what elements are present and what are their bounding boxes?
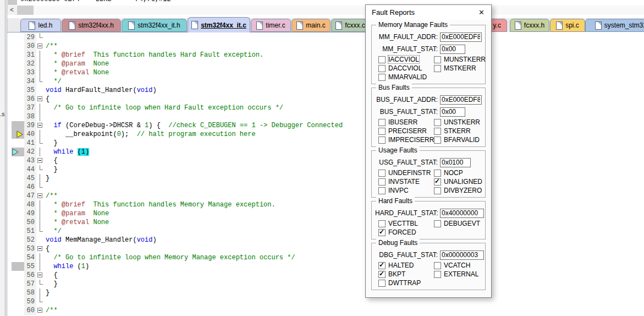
bookmark-margin[interactable] xyxy=(7,183,24,192)
code-text[interactable]: __breakpoint(0); // halt program executi… xyxy=(44,130,644,139)
bookmark-margin[interactable] xyxy=(7,156,24,165)
code-text[interactable] xyxy=(44,112,644,121)
code-text[interactable]: { xyxy=(44,95,644,103)
checkbox-item-vecttbl[interactable]: VECTTBL xyxy=(378,220,434,227)
bookmark-margin[interactable] xyxy=(7,253,24,262)
bookmark-margin[interactable] xyxy=(7,306,24,315)
fold-marker[interactable] xyxy=(36,121,44,130)
tab-stm32f4xx-h[interactable]: stm32f4xx.h xyxy=(62,19,121,32)
tab-spi-c[interactable]: spi.c xyxy=(550,19,585,32)
code-text[interactable]: } xyxy=(44,288,644,297)
code-text[interactable]: { xyxy=(44,271,644,280)
fold-collapse-box-icon[interactable] xyxy=(37,273,42,277)
bookmark-margin[interactable] xyxy=(7,236,24,244)
fold-collapse-box-icon[interactable] xyxy=(37,246,42,251)
bookmark-margin[interactable] xyxy=(7,51,24,59)
checkbox-unchecked-icon[interactable] xyxy=(434,271,441,278)
fold-collapse-box-icon[interactable] xyxy=(37,123,42,128)
fold-marker[interactable] xyxy=(36,156,44,165)
checkbox-unchecked-icon[interactable] xyxy=(434,65,441,72)
code-text[interactable]: /* Go to infinite loop when Hard Fault e… xyxy=(44,103,644,112)
field-input-hard-fault-stat-[interactable] xyxy=(440,209,484,218)
checkbox-item-external[interactable]: EXTERNAL xyxy=(434,270,478,278)
code-text[interactable] xyxy=(44,33,644,42)
field-input-mm-fault-stat-[interactable] xyxy=(440,45,465,54)
bookmark-margin[interactable] xyxy=(7,130,24,139)
checkbox-item-bkpt[interactable]: BKPT xyxy=(378,270,434,278)
checkbox-checked-icon[interactable] xyxy=(378,229,386,236)
checkbox-unchecked-icon[interactable] xyxy=(378,220,386,227)
bookmark-margin[interactable] xyxy=(7,42,24,51)
code-text[interactable] xyxy=(44,183,644,192)
checkbox-unchecked-icon[interactable] xyxy=(378,74,386,81)
bookmark-margin[interactable] xyxy=(7,139,24,148)
checkbox-unchecked-icon[interactable] xyxy=(378,280,386,287)
bookmark-margin[interactable] xyxy=(7,280,24,288)
checkbox-item-vcatch[interactable]: VCATCH xyxy=(434,261,470,269)
field-input-dbg-fault-stat-[interactable] xyxy=(440,250,484,260)
code-text[interactable]: * @brief This function handles Hard Faul… xyxy=(44,51,644,59)
checkbox-item-divbyzero[interactable]: DIVBYZERO xyxy=(434,187,482,194)
horizontal-scrollbar[interactable]: < xyxy=(7,6,644,15)
code-text[interactable]: */ xyxy=(44,77,644,86)
checkbox-item-preciserr[interactable]: PRECISERR xyxy=(378,127,434,135)
close-icon[interactable]: ✕ xyxy=(476,7,487,18)
code-text[interactable]: * @brief This function handles Memory Ma… xyxy=(44,200,644,209)
bookmark-margin[interactable] xyxy=(7,165,24,174)
fold-marker[interactable] xyxy=(36,192,44,200)
bookmark-margin[interactable] xyxy=(7,244,24,253)
code-text[interactable]: while (1) xyxy=(44,262,644,271)
checkbox-item-iaccviol[interactable]: IACCVIOL xyxy=(378,56,434,63)
bookmark-margin[interactable] xyxy=(7,262,24,271)
checkbox-unchecked-icon[interactable] xyxy=(378,137,386,144)
bookmark-margin[interactable] xyxy=(7,192,24,200)
checkbox-unchecked-icon[interactable] xyxy=(434,187,441,194)
bookmark-margin[interactable] xyxy=(7,59,24,68)
fold-marker[interactable] xyxy=(36,42,44,51)
code-text[interactable]: while (1) xyxy=(44,148,644,156)
checkbox-unchecked-icon[interactable] xyxy=(434,262,441,269)
checkbox-unchecked-icon[interactable] xyxy=(378,178,386,186)
bookmark-margin[interactable] xyxy=(7,33,24,42)
checkbox-unchecked-icon[interactable] xyxy=(434,220,441,227)
fold-marker[interactable] xyxy=(36,244,44,253)
fold-collapse-box-icon[interactable] xyxy=(37,193,42,198)
checkbox-item-ibuserr[interactable]: IBUSERR xyxy=(378,118,434,126)
code-text[interactable] xyxy=(44,297,644,306)
checkbox-checked-icon[interactable] xyxy=(434,178,441,186)
bookmark-margin[interactable] xyxy=(7,68,24,77)
checkbox-unchecked-icon[interactable] xyxy=(378,187,386,194)
checkbox-item-daccviol[interactable]: DACCVIOL xyxy=(378,64,434,72)
code-text[interactable]: * @param None xyxy=(44,209,644,218)
checkbox-item-impreciserr[interactable]: IMPRECISERR xyxy=(378,136,434,144)
tab-main-c[interactable]: main.c xyxy=(291,19,331,32)
checkbox-item-forced[interactable]: FORCED xyxy=(378,228,434,236)
bookmark-margin[interactable] xyxy=(7,174,24,183)
checkbox-unchecked-icon[interactable] xyxy=(434,128,441,135)
bookmark-margin[interactable] xyxy=(7,297,24,306)
code-editor[interactable]: 2930/**31 * @brief This function handles… xyxy=(7,32,644,316)
checkbox-item-halted[interactable]: HALTED xyxy=(378,261,434,269)
checkbox-item-unaligned[interactable]: UNALIGNED xyxy=(434,178,482,186)
code-text[interactable]: * @param None xyxy=(44,59,644,68)
code-text[interactable]: { xyxy=(44,244,644,253)
tab-timer-c[interactable]: timer.c xyxy=(251,19,291,32)
bookmark-margin[interactable] xyxy=(7,103,24,112)
code-text[interactable]: /** xyxy=(44,306,644,315)
fold-collapse-box-icon[interactable] xyxy=(37,158,42,163)
code-text[interactable]: void MemManage_Handler(void) xyxy=(44,236,644,244)
checkbox-item-stkerr[interactable]: STKERR xyxy=(434,127,471,135)
checkbox-unchecked-icon[interactable] xyxy=(434,170,441,177)
bookmark-margin[interactable] xyxy=(7,86,24,95)
bookmark-margin[interactable] xyxy=(7,209,24,218)
checkbox-item-unstkerr[interactable]: UNSTKERR xyxy=(434,118,480,126)
field-input-bus-fault-addr-[interactable] xyxy=(440,95,482,105)
checkbox-unchecked-icon[interactable] xyxy=(434,119,441,126)
checkbox-item-munstkerr[interactable]: MUNSTKERR xyxy=(434,56,482,63)
code-text[interactable]: /* Go to infinite loop when Memory Manag… xyxy=(44,253,644,262)
code-text[interactable]: */ xyxy=(44,227,644,236)
bookmark-margin[interactable] xyxy=(7,200,24,209)
tab-fcxxx-h[interactable]: fcxxx.h xyxy=(510,19,549,32)
checkbox-item-mstkerr[interactable]: MSTKERR xyxy=(434,64,476,72)
code-text[interactable]: void HardFault_Handler(void) xyxy=(44,86,644,95)
